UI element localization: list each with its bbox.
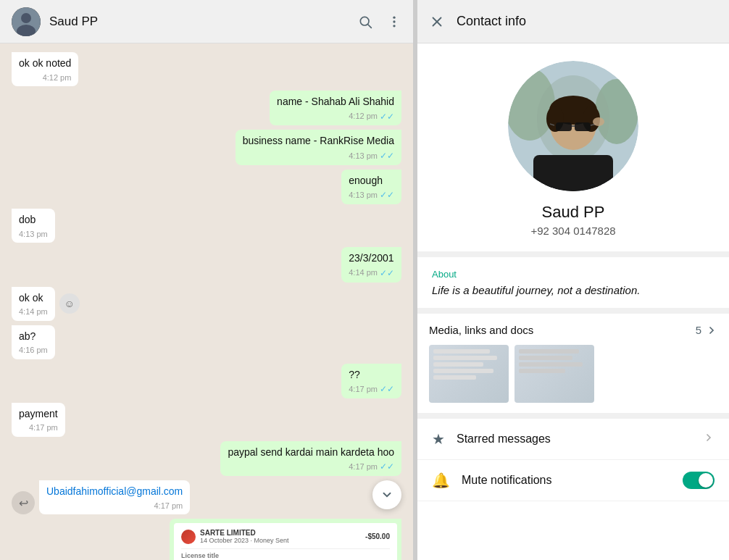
- receipt-bubble: SARTE LIMITED 14 October 2023 · Money Se…: [170, 519, 401, 560]
- message-bubble: payment 4:17 pm: [12, 403, 65, 437]
- media-label: Media, links and docs: [429, 324, 533, 336]
- media-thumbnail[interactable]: [515, 345, 594, 403]
- message-bubble: ab? 4:16 pm: [12, 325, 55, 359]
- message-time: 4:17 pm: [349, 384, 378, 395]
- mute-notifications-item[interactable]: 🔔 Mute notifications: [417, 460, 729, 501]
- svg-rect-27: [533, 155, 613, 191]
- message-bubble: paypal send kardai main kardeta hoo 4:17…: [220, 441, 401, 476]
- chat-header: Saud PP: [0, 0, 413, 43]
- message-time: 4:13 pm: [349, 190, 378, 201]
- svg-line-4: [368, 24, 372, 28]
- chevron-right-icon: [703, 432, 715, 447]
- message-time: 4:16 pm: [19, 345, 48, 356]
- message-row: name - Shahab Ali Shahid 4:12 pm ✓✓: [12, 91, 401, 125]
- chat-contact-name: Saud PP: [49, 14, 349, 29]
- reply-button[interactable]: ↩: [12, 491, 35, 514]
- svg-point-5: [393, 16, 395, 18]
- message-row: business name - RankRise Media 4:13 pm ✓…: [12, 130, 401, 164]
- read-tick: ✓✓: [380, 383, 394, 396]
- message-time: 4:17 pm: [154, 501, 183, 511]
- svg-point-7: [393, 25, 395, 27]
- message-row: ↩ Ubaidfahimofficial@gmail.com 4:17 pm: [12, 480, 401, 514]
- about-text: Life is a beautiful journey, not a desti…: [432, 284, 715, 296]
- media-count-arrow[interactable]: 5: [696, 324, 717, 336]
- header-icons: [358, 14, 401, 29]
- message-row: ab? 4:16 pm: [12, 325, 401, 359]
- svg-rect-22: [575, 122, 591, 131]
- contact-avatar-small[interactable]: [12, 7, 41, 36]
- read-tick: ✓✓: [380, 189, 394, 201]
- contact-about-section: About Life is a beautiful journey, not a…: [417, 257, 729, 314]
- message-row: payment 4:17 pm: [12, 403, 401, 437]
- message-text: ab?: [19, 330, 36, 342]
- media-header: Media, links and docs 5: [429, 324, 717, 336]
- message-row: 23/3/2001 4:14 pm ✓✓: [12, 247, 401, 282]
- message-text: ok ok: [19, 292, 43, 304]
- receipt-company: SARTE LIMITED: [200, 529, 289, 537]
- message-bubble: name - Shahab Ali Shahid 4:12 pm ✓✓: [270, 91, 401, 125]
- read-tick: ✓✓: [380, 111, 394, 123]
- contact-profile-section: Saud PP +92 304 0147828: [417, 43, 729, 257]
- starred-messages-label: Starred messages: [457, 432, 691, 446]
- message-text: business name - RankRise Media: [243, 135, 394, 146]
- message-bubble: business name - RankRise Media 4:13 pm ✓…: [236, 130, 401, 164]
- media-section: Media, links and docs 5: [417, 314, 729, 419]
- message-row: ok ok noted 4:12 pm: [12, 52, 401, 86]
- menu-button[interactable]: [387, 14, 401, 29]
- message-text: name - Shahab Ali Shahid: [277, 96, 394, 107]
- message-row: dob 4:13 pm: [12, 209, 401, 243]
- contact-info-title: Contact info: [457, 14, 526, 29]
- message-text: ok ok noted: [19, 57, 71, 69]
- receipt-amount: -$50.00: [365, 532, 390, 540]
- read-tick: ✓✓: [380, 461, 394, 473]
- message-bubble: Ubaidfahimofficial@gmail.com 4:17 pm: [39, 480, 190, 514]
- menu-section: ★ Starred messages 🔔 Mute notifications: [417, 419, 729, 501]
- contact-avatar-large[interactable]: [508, 61, 638, 191]
- receipt-date: 14 October 2023 · Money Sent: [200, 537, 289, 544]
- receipt-content: SARTE LIMITED 14 October 2023 · Money Se…: [174, 523, 397, 560]
- email-link[interactable]: Ubaidfahimofficial@gmail.com: [46, 485, 183, 497]
- message-bubble: dob 4:13 pm: [12, 209, 55, 243]
- bell-icon: 🔔: [432, 472, 450, 489]
- contact-info-panel: Contact info: [417, 0, 729, 560]
- message-time: 4:12 pm: [349, 111, 378, 122]
- message-time: 4:17 pm: [29, 422, 58, 433]
- message-text: enough: [349, 175, 383, 186]
- message-row: ok ok 4:14 pm ☺: [12, 287, 401, 321]
- contact-name: Saud PP: [542, 203, 605, 222]
- media-thumbnail[interactable]: [429, 345, 509, 403]
- message-time: 4:13 pm: [349, 151, 378, 162]
- read-tick: ✓✓: [380, 267, 394, 280]
- toggle-knob: [699, 473, 713, 488]
- media-thumbnails: [429, 345, 717, 403]
- search-button[interactable]: [358, 14, 372, 29]
- message-bubble: ok ok noted 4:12 pm: [12, 52, 78, 86]
- read-tick: ✓✓: [380, 150, 394, 162]
- chat-panel: Saud PP ok ok noted: [0, 0, 413, 560]
- mute-toggle[interactable]: [683, 472, 715, 489]
- message-bubble: ok ok 4:14 pm: [12, 287, 55, 321]
- message-time: 4:12 pm: [43, 72, 72, 83]
- svg-point-1: [21, 13, 31, 23]
- message-text: dob: [19, 214, 36, 225]
- message-bubble: 23/3/2001 4:14 pm ✓✓: [341, 247, 401, 282]
- about-label: About: [432, 269, 715, 280]
- message-time: 4:17 pm: [349, 461, 378, 472]
- receipt-row: SARTE LIMITED 14 October 2023 · Money Se…: [12, 519, 401, 560]
- scroll-down-button[interactable]: [372, 480, 401, 509]
- close-contact-button[interactable]: [429, 14, 445, 30]
- message-text: paypal send kardai main kardeta hoo: [228, 446, 394, 458]
- receipt-header: SARTE LIMITED 14 October 2023 · Money Se…: [181, 529, 390, 544]
- message-row: enough 4:13 pm ✓✓: [12, 170, 401, 204]
- media-count: 5: [696, 324, 701, 336]
- svg-rect-21: [556, 122, 572, 131]
- receipt-logo: [181, 530, 196, 544]
- starred-messages-item[interactable]: ★ Starred messages: [417, 419, 729, 460]
- svg-point-6: [393, 20, 395, 22]
- message-text: 23/3/2001: [349, 252, 393, 264]
- chat-messages: ok ok noted 4:12 pm name - Shahab Ali Sh…: [0, 43, 413, 560]
- svg-point-26: [593, 117, 604, 126]
- emoji-reaction-button[interactable]: ☺: [59, 293, 80, 314]
- contact-phone: +92 304 0147828: [530, 225, 615, 237]
- message-bubble: enough 4:13 pm ✓✓: [341, 170, 401, 204]
